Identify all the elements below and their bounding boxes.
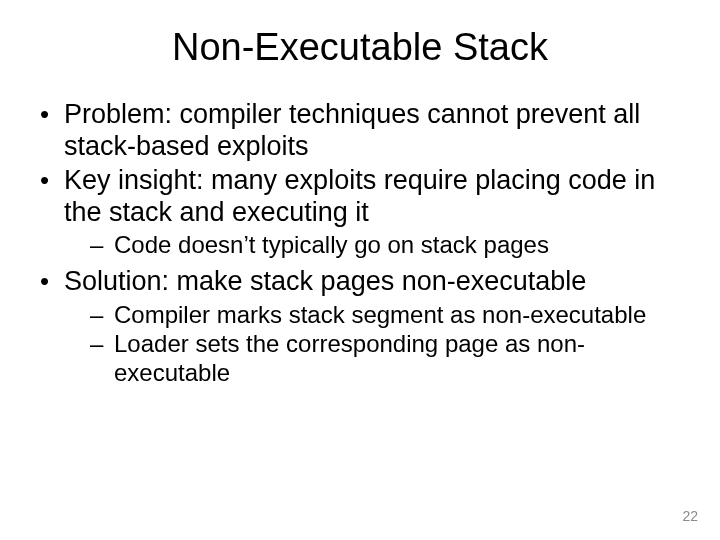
sub-bullet-list: Code doesn’t typically go on stack pages [64,230,682,259]
sub-bullet-item: Compiler marks stack segment as non-exec… [64,300,682,329]
bullet-item: Key insight: many exploits require placi… [38,165,682,260]
bullet-list: Problem: compiler techniques cannot prev… [38,99,682,387]
sub-bullet-item: Code doesn’t typically go on stack pages [64,230,682,259]
sub-bullet-text: Loader sets the corresponding page as no… [114,330,585,386]
sub-bullet-text: Compiler marks stack segment as non-exec… [114,301,646,328]
sub-bullet-text: Code doesn’t typically go on stack pages [114,231,549,258]
slide-title: Non-Executable Stack [38,26,682,69]
bullet-text: Solution: make stack pages non-executabl… [64,266,586,296]
slide: Non-Executable Stack Problem: compiler t… [0,0,720,540]
page-number: 22 [682,508,698,524]
bullet-text: Key insight: many exploits require placi… [64,165,655,227]
bullet-item: Solution: make stack pages non-executabl… [38,266,682,388]
sub-bullet-list: Compiler marks stack segment as non-exec… [64,300,682,388]
bullet-item: Problem: compiler techniques cannot prev… [38,99,682,163]
bullet-text: Problem: compiler techniques cannot prev… [64,99,640,161]
sub-bullet-item: Loader sets the corresponding page as no… [64,329,682,388]
